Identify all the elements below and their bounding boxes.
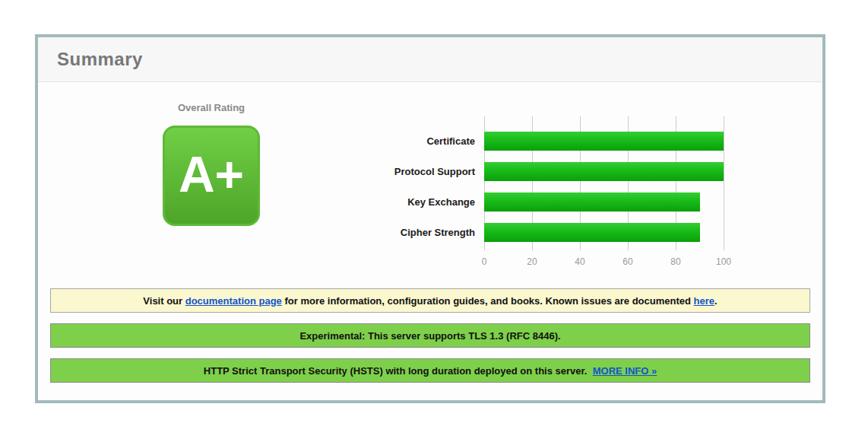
chart-xticks: 020406080100 bbox=[484, 256, 724, 269]
page-title: Summary bbox=[57, 49, 143, 70]
score-bar bbox=[484, 223, 700, 242]
notice-banner-success-1: Experimental: This server supports TLS 1… bbox=[50, 323, 810, 348]
x-tick-label-0: 0 bbox=[482, 256, 487, 267]
chart-rows: CertificateProtocol SupportKey ExchangeC… bbox=[302, 116, 773, 247]
chart-row: Protocol Support bbox=[302, 156, 773, 186]
score-bar bbox=[484, 162, 724, 181]
notice-link[interactable]: MORE INFO » bbox=[593, 365, 657, 377]
chart-row: Certificate bbox=[302, 126, 773, 156]
x-tick-label-80: 80 bbox=[670, 256, 680, 267]
score-bar bbox=[484, 132, 724, 151]
notice-text: . bbox=[714, 295, 718, 307]
chart-category-label: Key Exchange bbox=[302, 196, 484, 208]
score-bar bbox=[484, 192, 700, 212]
summary-panel-body: Overall Rating A+ CertificateProtocol Su… bbox=[38, 82, 822, 400]
x-tick-label-40: 40 bbox=[575, 256, 584, 267]
chart-row: Cipher Strength bbox=[302, 217, 773, 247]
x-tick-label-20: 20 bbox=[527, 256, 537, 267]
x-tick-label-60: 60 bbox=[622, 256, 632, 267]
notice-banner-success-2: HTTP Strict Transport Security (HSTS) wi… bbox=[50, 358, 810, 383]
bar-track bbox=[484, 162, 724, 181]
notice-text: Visit our bbox=[143, 295, 185, 307]
chart-category-label: Certificate bbox=[302, 135, 484, 147]
summary-panel: Summary Overall Rating A+ CertificatePro… bbox=[35, 34, 825, 403]
notice-link[interactable]: here bbox=[694, 295, 714, 307]
notices: Visit our documentation page for more in… bbox=[38, 288, 822, 393]
notice-text: HTTP Strict Transport Security (HSTS) wi… bbox=[204, 365, 593, 377]
overall-rating-block: Overall Rating A+ bbox=[128, 102, 295, 226]
chart-row: Key Exchange bbox=[302, 186, 773, 217]
chart-category-label: Cipher Strength bbox=[302, 227, 484, 238]
notice-link[interactable]: documentation page bbox=[185, 295, 282, 307]
notice-text: Experimental: This server supports TLS 1… bbox=[299, 330, 560, 342]
overall-rating-label: Overall Rating bbox=[128, 102, 295, 113]
summary-chart: CertificateProtocol SupportKey ExchangeC… bbox=[302, 116, 773, 276]
grade-badge: A+ bbox=[163, 126, 260, 226]
summary-panel-header: Summary bbox=[38, 37, 822, 82]
chart-category-label: Protocol Support bbox=[302, 166, 484, 177]
notice-banner-info-0: Visit our documentation page for more in… bbox=[50, 288, 810, 313]
bar-track bbox=[484, 132, 724, 151]
bar-track bbox=[484, 192, 724, 212]
bar-track bbox=[484, 223, 724, 242]
notice-text: for more information, configuration guid… bbox=[282, 295, 694, 307]
x-tick-label-100: 100 bbox=[716, 256, 731, 267]
